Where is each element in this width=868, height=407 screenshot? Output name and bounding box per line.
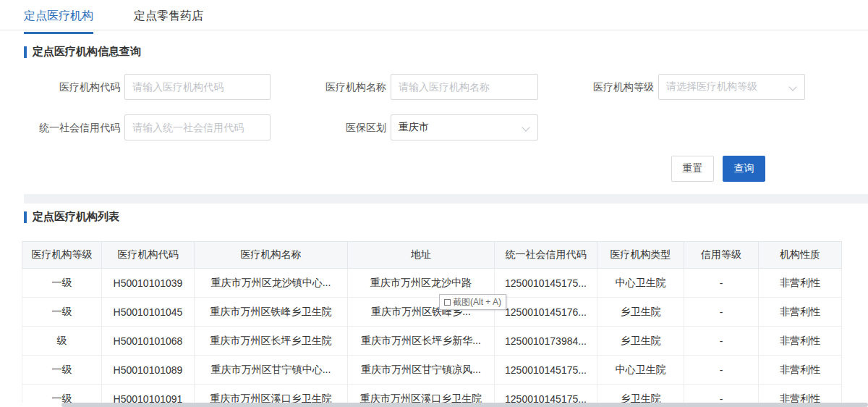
table-row[interactable]: 一级 H50010101045 重庆市万州区铁峰乡卫生院 重庆市万州区铁峰乡..… bbox=[22, 298, 842, 327]
table-cell: 一级 bbox=[22, 298, 102, 327]
table-row[interactable]: 一级 H50010101039 重庆市万州区龙沙镇中心... 重庆市万州区龙沙中… bbox=[22, 269, 842, 298]
list-section-title: 定点医疗机构列表 bbox=[24, 210, 119, 224]
table-cell: - bbox=[684, 356, 759, 385]
region-selected-value: 重庆市 bbox=[399, 121, 429, 134]
title-accent-bar bbox=[24, 211, 27, 223]
table-cell: - bbox=[684, 298, 759, 327]
table-cell: 重庆市万州区铁峰乡卫生院 bbox=[195, 298, 348, 327]
table-cell: 中心卫生院 bbox=[597, 269, 684, 298]
credit-code-label: 统一社会信用代码 bbox=[14, 122, 120, 135]
org-name-input[interactable] bbox=[391, 74, 538, 100]
table-cell: 非营利性 bbox=[759, 327, 842, 356]
table-cell: - bbox=[684, 327, 759, 356]
table-cell: 乡卫生院 bbox=[597, 298, 684, 327]
screenshot-hint-tooltip: 截图(Alt + A) bbox=[439, 294, 506, 310]
table-cell: 1250010145175... bbox=[495, 356, 597, 385]
table-cell: 重庆市万州区龙沙镇中心... bbox=[195, 269, 348, 298]
table-header-row: 医疗机构等级 医疗机构代码 医疗机构名称 地址 统一社会信用代码 医疗机构类型 … bbox=[22, 242, 842, 269]
search-button[interactable]: 查询 bbox=[723, 156, 765, 182]
table-cell: 乡卫生院 bbox=[597, 327, 684, 356]
tab-designated-medical-org[interactable]: 定点医疗机构 bbox=[24, 9, 93, 34]
org-level-placeholder: 请选择医疗机构等级 bbox=[666, 80, 757, 93]
table-cell: 非营利性 bbox=[759, 269, 842, 298]
table-cell: 级 bbox=[22, 327, 102, 356]
table-cell: - bbox=[684, 269, 759, 298]
table-row[interactable]: 级 H50010101068 重庆市万州区长坪乡卫生院 重庆市万州区长坪乡新华.… bbox=[22, 327, 842, 356]
table-header-cell: 医疗机构代码 bbox=[102, 242, 195, 269]
org-level-select[interactable]: 请选择医疗机构等级 bbox=[658, 74, 805, 100]
table-cell: 重庆市万州区长坪乡新华... bbox=[348, 327, 495, 356]
reset-button[interactable]: 重置 bbox=[671, 156, 714, 182]
table-cell: 非营利性 bbox=[759, 298, 842, 327]
table-cell: 1250010145176... bbox=[495, 298, 597, 327]
chevron-down-icon bbox=[522, 123, 529, 131]
table-cell: 中心卫生院 bbox=[597, 356, 684, 385]
table-header-cell: 地址 bbox=[348, 242, 495, 269]
chevron-down-icon bbox=[788, 83, 796, 91]
tab-designated-retail-pharmacy[interactable]: 定点零售药店 bbox=[134, 9, 203, 32]
table-row[interactable]: 一级 H50010101089 重庆市万州区甘宁镇中心... 重庆市万州区甘宁镇… bbox=[22, 356, 842, 385]
query-section-title-text: 定点医疗机构信息查询 bbox=[33, 45, 141, 59]
org-code-input[interactable] bbox=[124, 74, 271, 100]
list-section-title-text: 定点医疗机构列表 bbox=[33, 210, 119, 224]
table-header-cell: 信用等级 bbox=[684, 242, 759, 269]
org-table: 医疗机构等级 医疗机构代码 医疗机构名称 地址 统一社会信用代码 医疗机构类型 … bbox=[22, 241, 841, 407]
table-header-cell: 医疗机构类型 bbox=[597, 242, 684, 269]
section-divider-band bbox=[24, 194, 868, 204]
table-cell: H50010101068 bbox=[102, 327, 195, 356]
table-header-cell: 机构性质 bbox=[759, 242, 842, 269]
table-cell: 非营利性 bbox=[759, 356, 842, 385]
table-cell: 1250010173984... bbox=[495, 327, 597, 356]
table-header-cell: 统一社会信用代码 bbox=[495, 242, 597, 269]
org-name-label: 医疗机构名称 bbox=[281, 81, 386, 94]
horizontal-scrollbar-track bbox=[0, 403, 868, 407]
table-cell: 重庆市万州区甘宁镇中心... bbox=[195, 356, 348, 385]
tabs-divider bbox=[0, 30, 868, 30]
table-cell: H50010101039 bbox=[102, 269, 195, 298]
table-cell: 重庆市万州区龙沙中路 bbox=[348, 269, 495, 298]
table-cell: H50010101045 bbox=[102, 298, 195, 327]
screenshot-hint-text: 截图(Alt + A) bbox=[453, 296, 501, 309]
query-section-title: 定点医疗机构信息查询 bbox=[24, 45, 141, 59]
org-level-label: 医疗机构等级 bbox=[548, 81, 654, 94]
table-header-cell: 医疗机构等级 bbox=[22, 242, 102, 269]
table-cell: 一级 bbox=[22, 356, 102, 385]
page: 定点医疗机构 定点零售药店 定点医疗机构信息查询 医疗机构代码 医疗机构名称 医… bbox=[0, 0, 868, 407]
table-cell: 一级 bbox=[22, 269, 102, 298]
title-accent-bar bbox=[24, 46, 27, 58]
horizontal-scrollbar-thumb[interactable] bbox=[61, 403, 868, 407]
region-select[interactable]: 重庆市 bbox=[391, 114, 538, 140]
credit-code-input[interactable] bbox=[124, 114, 271, 140]
table-cell: 重庆市万州区长坪乡卫生院 bbox=[195, 327, 348, 356]
screenshot-icon bbox=[444, 299, 451, 306]
org-code-label: 医疗机构代码 bbox=[14, 81, 120, 94]
table-cell: H50010101089 bbox=[102, 356, 195, 385]
table-cell: 1250010145175... bbox=[495, 269, 597, 298]
table-cell: 重庆市万州区甘宁镇凉风... bbox=[348, 356, 495, 385]
table-header-cell: 医疗机构名称 bbox=[195, 242, 348, 269]
region-label: 医保区划 bbox=[281, 122, 386, 135]
